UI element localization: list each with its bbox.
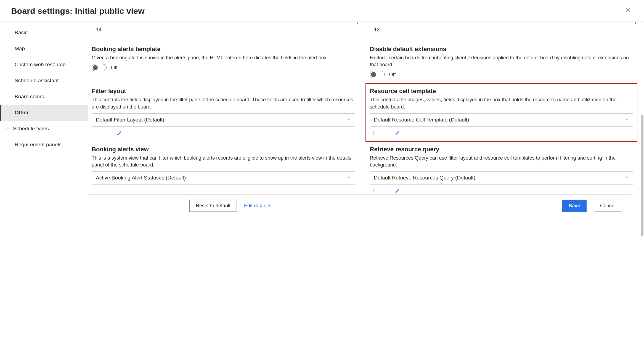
edit-icon[interactable] — [394, 188, 401, 194]
section-disable-default-extensions: Disable default extensions Exclude certa… — [370, 46, 633, 78]
select-retrieve-resource-query[interactable]: Default Retrieve Resources Query (Defaul… — [370, 171, 633, 184]
sidebar-item-schedule-types[interactable]: Schedule types — [0, 121, 88, 137]
remove-icon[interactable] — [104, 130, 110, 136]
toggle-label: Off — [389, 72, 396, 78]
section-title: Disable default extensions — [370, 46, 633, 53]
sidebar-item-schedule-assistant[interactable]: Schedule assistant — [0, 73, 88, 89]
sidebar-item-custom-web-resource[interactable]: Custom web resource — [0, 57, 88, 73]
settings-main: 14 12 Booking alerts template Given a bo… — [88, 22, 644, 349]
select-value: Default Retrieve Resources Query (Defaul… — [374, 175, 475, 181]
section-description: Given a booking alert is shown in the al… — [92, 54, 355, 61]
sidebar-item-board-colors[interactable]: Board colors — [0, 89, 88, 105]
section-title: Filter layout — [92, 88, 355, 95]
section-description: Exclude certain boards from inheriting c… — [370, 54, 633, 68]
chevron-down-icon — [346, 175, 351, 181]
select-filter-layout[interactable]: Default Filter Layout (Default) — [92, 113, 355, 126]
section-description: This controls the images, values, fields… — [370, 96, 633, 110]
toggle-booking-alerts-template[interactable] — [92, 64, 107, 71]
filter-layout-actions — [92, 130, 355, 136]
sidebar-item-label: Requirement panels — [15, 142, 62, 148]
toggle-knob — [371, 72, 376, 77]
select-value: Default Filter Layout (Default) — [96, 117, 164, 123]
toggle-label: Off — [111, 65, 118, 71]
sidebar-item-label: Board colors — [15, 94, 44, 100]
section-title: Booking alerts template — [92, 46, 355, 53]
section-resource-cell-template: Resource cell template This controls the… — [370, 88, 633, 136]
select-resource-cell-template[interactable]: Default Resource Cell Template (Default) — [370, 113, 633, 126]
toggle-disable-default-extensions[interactable] — [370, 71, 385, 78]
select-booking-alerts-view[interactable]: Active Booking Alert Statuses (Default) — [92, 171, 355, 184]
add-icon[interactable] — [92, 130, 98, 136]
sidebar-item-label: Basic — [15, 30, 27, 36]
link-label: Edit defaults — [244, 203, 271, 208]
settings-sidebar: Basic Map Custom web resource Schedule a… — [0, 22, 88, 349]
field-value: 14 — [96, 27, 102, 33]
sidebar-item-label: Other — [15, 110, 29, 116]
sidebar-item-basic[interactable]: Basic — [0, 25, 88, 41]
dialog-title: Board settings: Initial public view — [11, 6, 145, 16]
field-number-right-wrapper: 12 — [370, 23, 633, 36]
add-icon[interactable] — [370, 130, 377, 136]
remove-icon[interactable] — [382, 130, 389, 136]
dialog-body: Basic Map Custom web resource Schedule a… — [0, 22, 644, 349]
chevron-down-icon — [5, 126, 10, 131]
section-description: This is a system view that can filter wh… — [92, 155, 355, 168]
select-value: Active Booking Alert Statuses (Default) — [96, 175, 186, 181]
add-icon[interactable] — [370, 188, 377, 194]
toggle-knob — [93, 65, 98, 70]
field-value: 12 — [374, 27, 380, 33]
sidebar-item-label: Schedule assistant — [15, 78, 59, 84]
section-description: This controls the fields displayed in th… — [92, 96, 355, 110]
section-description: Retrieve Resources Query can use filter … — [370, 155, 633, 168]
save-button[interactable]: Save — [562, 200, 587, 212]
scrollbar-thumb[interactable] — [641, 115, 643, 236]
highlight-box: Resource cell template This controls the… — [365, 83, 638, 142]
close-button[interactable] — [623, 6, 633, 16]
remove-icon[interactable] — [382, 188, 389, 194]
field-number-left-wrapper: 14 — [92, 23, 355, 36]
cancel-button[interactable]: Cancel — [594, 200, 622, 212]
sidebar-item-other[interactable]: Other — [0, 105, 88, 121]
sidebar-item-label: Schedule types — [13, 126, 49, 132]
sidebar-item-requirement-panels[interactable]: Requirement panels — [0, 137, 88, 153]
chevron-down-icon — [624, 175, 629, 181]
resource-cell-template-actions — [370, 130, 633, 136]
button-label: Cancel — [600, 203, 616, 209]
section-title: Booking alerts view — [92, 146, 355, 153]
chevron-down-icon — [624, 117, 629, 123]
dialog-header: Board settings: Initial public view — [0, 0, 644, 22]
edit-icon[interactable] — [116, 130, 123, 136]
sidebar-item-label: Custom web resource — [15, 62, 66, 68]
section-title: Resource cell template — [370, 88, 633, 95]
sidebar-item-map[interactable]: Map — [0, 41, 88, 57]
retrieve-resource-query-actions — [370, 188, 633, 194]
section-booking-alerts-template: Booking alerts template Given a booking … — [92, 46, 355, 78]
section-retrieve-resource-query: Retrieve resource query Retrieve Resourc… — [370, 146, 633, 194]
dialog-footer: Reset to default Edit defaults Save Canc… — [88, 194, 633, 217]
button-label: Save — [569, 203, 580, 209]
close-icon — [625, 7, 631, 15]
section-filter-layout: Filter layout This controls the fields d… — [92, 88, 355, 136]
chevron-down-icon — [346, 117, 351, 123]
field-number-left[interactable]: 14 — [92, 23, 355, 36]
edit-icon[interactable] — [394, 130, 401, 136]
edit-defaults-link[interactable]: Edit defaults — [244, 203, 271, 209]
section-title: Retrieve resource query — [370, 146, 633, 153]
select-value: Default Resource Cell Template (Default) — [374, 117, 469, 123]
field-number-right[interactable]: 12 — [370, 23, 633, 36]
sidebar-item-label: Map — [15, 46, 25, 52]
section-booking-alerts-view: Booking alerts view This is a system vie… — [92, 146, 355, 194]
reset-to-default-button[interactable]: Reset to default — [189, 200, 237, 212]
button-label: Reset to default — [196, 203, 230, 209]
